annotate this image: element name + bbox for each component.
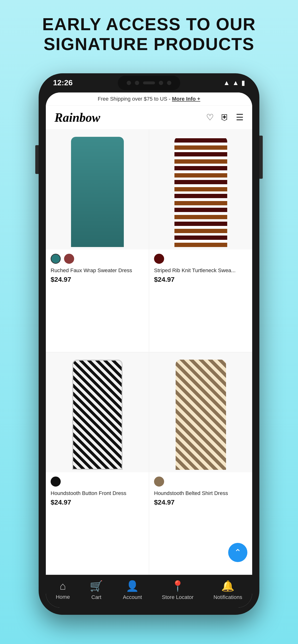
account-icon: 👤 — [126, 580, 139, 592]
header-icons: ♡ ⛨ ☰ — [206, 112, 244, 122]
product-grid: Ruched Faux Wrap Sweater Dress $24.97 St… — [46, 130, 252, 575]
camera-sensor — [143, 82, 155, 84]
product-price-3: $24.97 — [46, 498, 149, 507]
camera-area — [118, 76, 180, 90]
product-colors-2 — [149, 250, 252, 266]
color-swatch-teal[interactable] — [51, 254, 61, 264]
product-name-4: Houndstooth Belted Shirt Dress — [149, 489, 252, 498]
app-logo: Rainbow — [54, 110, 100, 124]
more-info-link[interactable]: More Info + — [172, 96, 200, 102]
product-price-1: $24.97 — [46, 275, 149, 284]
wishlist-icon[interactable]: ♡ — [206, 112, 214, 122]
product-name-2: Striped Rib Knit Turtleneck Swea... — [149, 266, 252, 276]
nav-store-locator[interactable]: 📍 Store Locator — [162, 580, 194, 600]
bottom-nav: ⌂ Home 🛒 Cart 👤 Account 📍 Store Locator … — [46, 575, 252, 608]
home-icon: ⌂ — [60, 580, 66, 592]
app-screen: Free Shipping over $75 to US - More Info… — [46, 92, 252, 608]
product-name-3: Houndstooth Button Front Dress — [46, 489, 149, 498]
page-title: EARLY ACCESS TO OUR SIGNATURE PRODUCTS — [23, 14, 275, 54]
back-to-top-button[interactable]: ⌃ — [228, 543, 247, 562]
wifi-icon: ▲ — [223, 79, 230, 87]
shipping-banner: Free Shipping over $75 to US - More Info… — [46, 92, 252, 106]
app-header: Rainbow ♡ ⛨ ☰ — [46, 106, 252, 130]
menu-icon[interactable]: ☰ — [236, 112, 244, 122]
status-time: 12:26 — [53, 78, 73, 87]
camera-dot-4 — [167, 81, 171, 85]
product-colors-1 — [46, 250, 149, 266]
signal-icon: ▲ — [232, 79, 239, 87]
color-swatch-tan[interactable] — [154, 476, 164, 486]
battery-icon: ▮ — [241, 79, 245, 87]
color-swatch-burgundy[interactable] — [64, 254, 74, 264]
nav-home[interactable]: ⌂ Home — [56, 580, 70, 600]
product-image-4 — [149, 352, 252, 472]
camera-dot-2 — [135, 81, 139, 85]
cart-icon[interactable]: ⛨ — [221, 112, 229, 122]
camera-dot-3 — [159, 81, 163, 85]
nav-account[interactable]: 👤 Account — [123, 580, 142, 600]
status-bar: 12:26 ▲ ▲ ▮ — [39, 73, 259, 92]
cart-nav-icon: 🛒 — [90, 580, 103, 592]
product-image-2 — [149, 130, 252, 250]
product-price-2: $24.97 — [149, 275, 252, 284]
nav-notifications[interactable]: 🔔 Notifications — [214, 580, 242, 600]
phone-frame: 12:26 ▲ ▲ ▮ Free Shipping over $75 to US… — [39, 73, 259, 615]
product-colors-4 — [149, 472, 252, 489]
product-card-2[interactable]: Striped Rib Knit Turtleneck Swea... $24.… — [149, 130, 252, 352]
product-price-4: $24.97 — [149, 498, 252, 507]
locator-icon: 📍 — [171, 580, 184, 592]
product-card-3[interactable]: Houndstooth Button Front Dress $24.97 — [46, 352, 149, 575]
product-colors-3 — [46, 472, 149, 489]
product-card-4[interactable]: Houndstooth Belted Shirt Dress $24.97 — [149, 352, 252, 575]
color-swatch-black[interactable] — [51, 476, 61, 486]
product-name-1: Ruched Faux Wrap Sweater Dress — [46, 266, 149, 276]
camera-dot — [127, 81, 131, 85]
product-image-1 — [46, 130, 149, 250]
product-card-1[interactable]: Ruched Faux Wrap Sweater Dress $24.97 — [46, 130, 149, 352]
notifications-icon: 🔔 — [221, 580, 234, 592]
product-image-3 — [46, 352, 149, 472]
color-swatch-dark-red[interactable] — [154, 254, 164, 264]
nav-cart[interactable]: 🛒 Cart — [90, 580, 103, 600]
status-icons: ▲ ▲ ▮ — [223, 79, 245, 87]
